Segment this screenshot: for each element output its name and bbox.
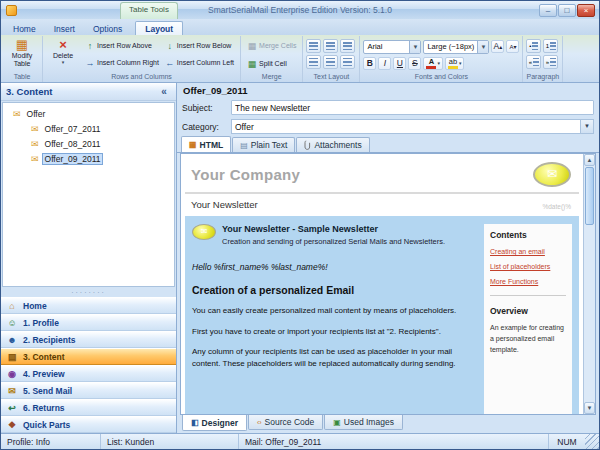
contents-heading: Contents [490, 230, 566, 240]
font-family-combo[interactable]: Arial ▼ [363, 40, 421, 54]
tab-used-images[interactable]: ▣ Used Images [324, 415, 403, 430]
category-select[interactable]: Offer ▼ [231, 119, 594, 134]
body-paragraph: Any column of your recipients list can b… [192, 346, 476, 369]
align-icon [309, 58, 318, 66]
outdent-button[interactable]: « [526, 55, 541, 69]
chevron-down-icon[interactable]: ▼ [580, 120, 593, 133]
collapse-panel-button[interactable]: « [157, 85, 171, 99]
send-mail-icon: ✉ [6, 386, 18, 396]
modify-table-button[interactable]: ▦ Modify Table [5, 37, 39, 72]
delete-button[interactable]: × Delete ▾ [46, 37, 80, 72]
bullet-list-button[interactable]: • [526, 39, 541, 53]
sidebar-item-content[interactable]: ▤ 3. Content [1, 348, 176, 365]
tab-html[interactable]: ▦ HTML [181, 136, 231, 152]
bold-button[interactable]: B [363, 57, 376, 70]
strikethrough-button[interactable]: S [408, 57, 421, 70]
scroll-down-button[interactable]: ▼ [584, 402, 595, 414]
align-bottom-center-button[interactable] [323, 55, 338, 69]
align-bottom-right-button[interactable] [340, 55, 355, 69]
panel-title: 3. Content [6, 86, 52, 97]
outdent-icon: « [529, 59, 532, 65]
split-cell-button[interactable]: ▦ Split Cell [244, 56, 299, 72]
tab-plain-text[interactable]: ▤ Plain Text [232, 137, 295, 152]
align-top-right-button[interactable] [340, 39, 355, 53]
chevron-down-icon[interactable]: ▼ [409, 41, 420, 53]
group-label-merge: Merge [244, 72, 299, 82]
sidebar-item-send-mail[interactable]: ✉ 5. Send Mail [1, 382, 176, 399]
shrink-font-button[interactable]: A▾ [506, 40, 519, 53]
italic-button[interactable]: I [378, 57, 391, 70]
mail-canvas[interactable]: Your Company ✉ Your Newsletter %date()% … [181, 154, 583, 414]
link-creating-an-email[interactable]: Creating an email [490, 248, 566, 255]
tab-designer[interactable]: ◧ Designer [182, 415, 247, 431]
tab-home[interactable]: Home [4, 22, 45, 35]
tab-layout[interactable]: Layout [135, 21, 183, 35]
minimize-button[interactable]: – [539, 4, 557, 17]
sidebar-item-profile[interactable]: ☺ 1. Profile [1, 314, 176, 331]
sidebar-item-recipients[interactable]: ☻ 2. Recipients [1, 331, 176, 348]
align-bottom-left-button[interactable] [306, 55, 321, 69]
merge-cells-button[interactable]: ▦ Merge Cells [244, 38, 299, 54]
panel-splitter[interactable]: ········ [1, 288, 176, 297]
status-list: List: Kunden [101, 434, 239, 449]
subject-input[interactable] [231, 100, 594, 115]
panel-header: 3. Content « [1, 83, 176, 101]
sidebar-item-quick-parts[interactable]: ❖ Quick Parts [1, 416, 176, 433]
align-top-left-button[interactable] [306, 39, 321, 53]
content-tree: ✉ Offer ✉ Offer_07_2011 ✉ Offer_08_2011 … [2, 102, 175, 287]
maximize-button[interactable]: □ [558, 4, 576, 17]
company-name: Your Company [191, 166, 300, 183]
tree-item-offer-09-2011[interactable]: ✉ Offer_09_2011 [3, 151, 174, 166]
insert-column-left-button[interactable]: ← Insert Column Left [162, 55, 237, 71]
list-lines-icon [550, 58, 556, 66]
sidebar-item-preview[interactable]: ◉ 4. Preview [1, 365, 176, 382]
close-button[interactable]: × [577, 4, 595, 17]
underline-button[interactable]: U [393, 57, 406, 70]
sidebar-item-returns[interactable]: ↩ 6. Returns [1, 399, 176, 416]
highlight-color-button[interactable]: ab ▾ [445, 57, 465, 70]
scroll-thumb[interactable] [585, 167, 594, 225]
link-more-functions[interactable]: More Functions [490, 278, 566, 285]
status-num-lock: NUM [549, 434, 585, 449]
insert-column-right-button[interactable]: → Insert Column Right [82, 55, 162, 71]
insert-row-above-button[interactable]: ↑ Insert Row Above [82, 38, 162, 54]
tree-item-offer-08-2011[interactable]: ✉ Offer_08_2011 [3, 136, 174, 151]
tab-options[interactable]: Options [84, 22, 131, 35]
preview-icon: ◉ [6, 369, 18, 379]
window-title: SmartSerialMail Enterprise Edition Versi… [208, 5, 392, 15]
designer-icon: ◧ [191, 418, 199, 427]
chevron-down-icon[interactable]: ▾ [437, 60, 440, 66]
section-heading: Creation of a personalized Email [192, 284, 476, 296]
numbered-list-button[interactable]: 1 [543, 39, 558, 53]
html-file-icon: ▦ [189, 140, 197, 149]
newsletter-main-column: ✉ Your Newsletter - Sample Newsletter Cr… [192, 224, 476, 414]
tree-item-offer-07-2011[interactable]: ✉ Offer_07_2011 [3, 121, 174, 136]
align-top-center-button[interactable] [323, 39, 338, 53]
nav-label: 4. Preview [23, 369, 65, 379]
font-size-combo[interactable]: Large (~18px) ▼ [423, 40, 489, 54]
link-list-of-placeholders[interactable]: List of placeholders [490, 263, 566, 270]
scroll-up-button[interactable]: ▲ [584, 154, 595, 166]
sidebar-item-home[interactable]: ⌂ Home [1, 297, 176, 314]
app-icon[interactable] [6, 5, 17, 16]
delete-icon: × [59, 38, 67, 52]
chevron-down-icon[interactable]: ▾ [459, 60, 462, 66]
tree-item-offer[interactable]: ✉ Offer [3, 106, 174, 121]
font-color-button[interactable]: A ▾ [423, 57, 443, 70]
nav-label: 6. Returns [23, 403, 65, 413]
insert-row-above-label: Insert Row Above [97, 42, 152, 49]
source-code-icon: ‹› [257, 419, 262, 426]
grow-font-button[interactable]: A▴ [491, 40, 504, 53]
quick-parts-icon: ❖ [6, 420, 18, 430]
tab-attachments[interactable]: Attachments [296, 137, 369, 152]
overview-text: An example for creating a personalized e… [490, 323, 566, 356]
indent-button[interactable]: » [543, 55, 558, 69]
insert-row-below-button[interactable]: ↓ Insert Row Below [162, 38, 237, 54]
tab-source-code[interactable]: ‹› Source Code [248, 415, 323, 430]
vertical-scrollbar[interactable]: ▲ ▼ [583, 154, 595, 414]
chevron-down-icon[interactable]: ▼ [477, 41, 488, 53]
resize-grip[interactable] [585, 434, 599, 449]
newsletter-banner: ✉ Your Newsletter - Sample Newsletter Cr… [192, 224, 476, 246]
tab-insert[interactable]: Insert [45, 22, 84, 35]
align-icon [326, 58, 335, 66]
